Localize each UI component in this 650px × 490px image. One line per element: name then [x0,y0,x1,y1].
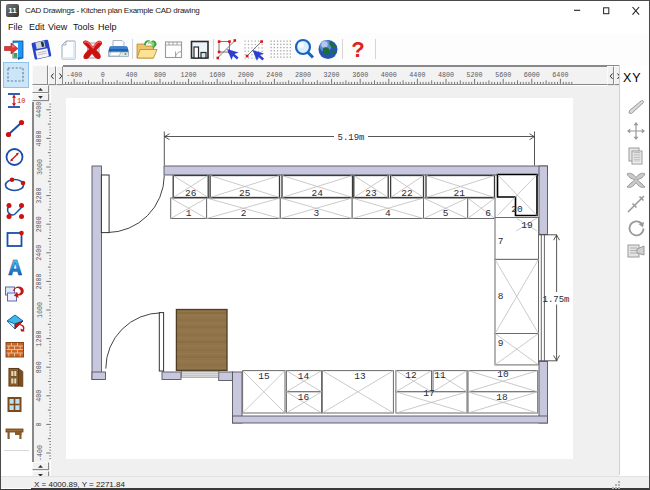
svg-text:14: 14 [298,371,310,382]
svg-text:?: ? [351,39,364,62]
svg-text:5: 5 [443,208,449,219]
svg-text:-400: -400 [66,71,82,79]
svg-text:2400: 2400 [266,71,282,79]
svg-text:13: 13 [354,371,366,382]
svg-text:4800: 4800 [437,71,453,79]
svg-text:22: 22 [401,188,413,199]
svg-text:0: 0 [100,71,104,79]
svg-text:12: 12 [405,370,417,381]
svg-text:6: 6 [485,208,491,219]
svg-text:2: 2 [241,208,247,219]
svg-text:3600: 3600 [352,71,368,79]
svg-text:1.75m: 1.75m [543,295,570,305]
svg-text:2800: 2800 [294,71,310,79]
svg-text:23: 23 [365,188,377,199]
svg-text:-400: -400 [36,444,44,460]
svg-text:21: 21 [454,188,466,199]
svg-text:5600: 5600 [495,71,511,79]
svg-text:1600: 1600 [36,301,44,317]
svg-text:0: 0 [36,422,44,426]
svg-text:5.19m: 5.19m [337,133,364,143]
svg-text:25: 25 [239,188,251,199]
svg-text:4: 4 [385,208,391,219]
svg-text:15: 15 [258,371,270,382]
svg-text:4000: 4000 [36,130,44,146]
svg-text:1: 1 [186,208,192,219]
svg-text:5200: 5200 [466,71,482,79]
svg-text:A: A [8,257,22,280]
svg-text:4400: 4400 [409,71,425,79]
svg-text:3200: 3200 [36,187,44,203]
svg-text:400: 400 [36,389,44,401]
svg-text:7: 7 [498,236,504,247]
svg-text:20: 20 [511,204,523,215]
svg-text:1600: 1600 [209,71,225,79]
svg-text:9: 9 [498,338,504,349]
svg-text:2000: 2000 [237,71,253,79]
svg-text:800: 800 [36,361,44,373]
svg-text:3200: 3200 [323,71,339,79]
svg-text:4400: 4400 [36,102,44,118]
svg-text:11: 11 [434,370,446,381]
svg-text:2000: 2000 [36,273,44,289]
svg-text:19: 19 [521,220,533,231]
svg-text:18: 18 [496,392,508,403]
svg-text:3600: 3600 [36,158,44,174]
svg-text:2800: 2800 [36,216,44,232]
svg-text:6000: 6000 [523,71,539,79]
svg-text:2400: 2400 [36,244,44,260]
svg-text:24: 24 [312,188,324,199]
svg-text:4000: 4000 [380,71,396,79]
svg-text:26: 26 [185,188,197,199]
svg-text:400: 400 [125,71,137,79]
svg-text:1200: 1200 [180,71,196,79]
svg-text:6400: 6400 [552,71,568,79]
svg-text:1200: 1200 [36,330,44,346]
svg-text:16: 16 [298,392,310,403]
svg-text:10: 10 [497,369,509,380]
svg-text:10: 10 [17,97,25,105]
svg-text:3: 3 [313,208,319,219]
svg-text:17: 17 [423,388,434,399]
svg-text:8: 8 [498,291,504,302]
svg-text:800: 800 [153,71,165,79]
